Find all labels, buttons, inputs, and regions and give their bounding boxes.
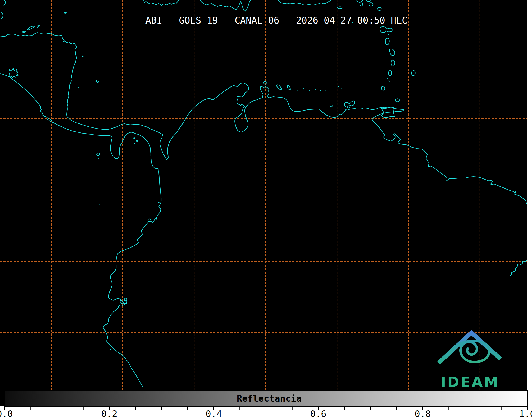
island-grenadine-2: [388, 80, 389, 80]
map-background: [0, 0, 527, 406]
island-choco-1: [158, 202, 160, 203]
island-choco-2: [160, 208, 161, 210]
island-marie-galante: [388, 34, 389, 35]
colorbar-tick-label: 0.0: [0, 409, 13, 417]
island-los-roques-2: [303, 88, 304, 89]
island-los-roques-6: [325, 90, 326, 91]
island-blanquilla-2: [341, 88, 342, 89]
reflectance-colorbar: Reflectancia 0.00.20.40.60.81.0: [0, 391, 532, 417]
colorbar-label: Reflectancia: [237, 393, 302, 404]
colorbar-ticks: [5, 406, 527, 410]
logo-text: IDEAM: [441, 374, 499, 390]
island-pearl-1: [133, 137, 135, 139]
island-coiba-south: [98, 158, 99, 159]
island-grenadine-3: [389, 81, 390, 82]
island-caribbean-cay: [78, 87, 79, 88]
island-los-roques-4: [315, 89, 316, 90]
island-grenadine-1: [387, 78, 388, 79]
satellite-image-viewer: ABI - GOES 19 - CANAL 06 - 2026-04-27 00…: [0, 0, 532, 417]
island-blanquilla-1: [338, 86, 339, 87]
island-providencia: [82, 56, 84, 57]
island-malpelo: [99, 204, 100, 205]
colorbar-tick-label: 0.8: [415, 409, 431, 417]
figure-title: ABI - GOES 19 - CANAL 06 - 2026-04-27 00…: [145, 15, 407, 26]
colorbar-tick-label: 0.4: [206, 409, 222, 417]
goes-satellite-map: ABI - GOES 19 - CANAL 06 - 2026-04-27 00…: [0, 0, 532, 417]
colorbar-tick-label: 0.2: [101, 409, 117, 417]
island-los-roques-1: [297, 90, 298, 91]
island-pearl-2: [136, 140, 138, 142]
island-lobos: [110, 349, 111, 350]
island-choco-3: [156, 218, 157, 220]
island-los-roques-3: [309, 90, 310, 91]
colorbar-tick-label: 1.0: [519, 409, 532, 417]
colorbar-tick-label: 0.6: [310, 409, 326, 417]
island-pearl-3: [134, 143, 135, 144]
island-los-roques-5: [320, 90, 321, 91]
